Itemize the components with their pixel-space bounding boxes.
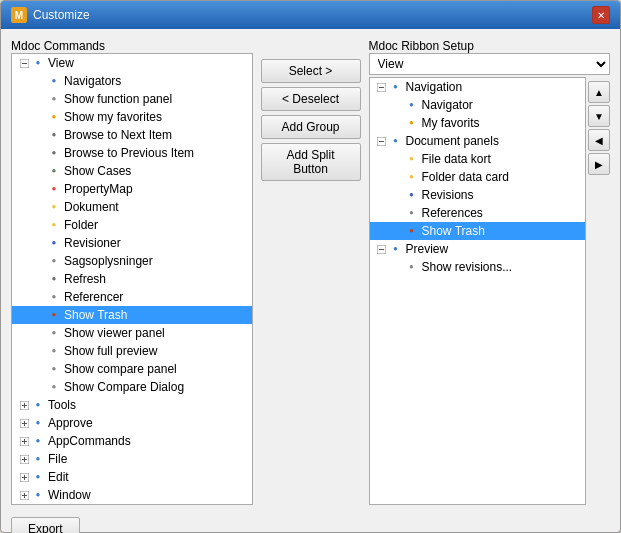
expand-icon-edit-root [18, 471, 30, 483]
deselect-button[interactable]: < Deselect [261, 87, 361, 111]
tree-icon-show-trash-left: ● [47, 308, 61, 322]
tree-label-show-viewer: Show viewer panel [64, 325, 165, 341]
arrow-down-button[interactable]: ▼ [588, 105, 610, 127]
tree-item-window-root[interactable]: ●Window [12, 486, 252, 504]
tree-item-references-r[interactable]: ●References [370, 204, 586, 222]
tree-item-my-fav-r[interactable]: ●My favorits [370, 114, 586, 132]
expand-icon-view-root [18, 57, 30, 69]
expand-icon-referencer [34, 291, 46, 303]
tree-item-show-compare[interactable]: ●Show compare panel [12, 360, 252, 378]
tree-label-preview-group: Preview [406, 241, 449, 257]
tree-icon-browse-next: ● [47, 128, 61, 142]
tree-item-preview-group[interactable]: ●Preview [370, 240, 586, 258]
tree-icon-approve-root: ● [31, 416, 45, 430]
tree-item-revisions-r[interactable]: ●Revisions [370, 186, 586, 204]
tree-icon-show-fav: ● [47, 110, 61, 124]
tree-item-browse-prev[interactable]: ●Browse to Previous Item [12, 144, 252, 162]
tree-icon-file-data-kort: ● [405, 152, 419, 166]
expand-icon-propertymap [34, 183, 46, 195]
tree-item-show-fav[interactable]: ●Show my favorites [12, 108, 252, 126]
tree-label-show-fav: Show my favorites [64, 109, 162, 125]
tree-item-edit-root[interactable]: ●Edit [12, 468, 252, 486]
expand-icon-tools-root [18, 399, 30, 411]
title-bar-left: M Customize [11, 7, 90, 23]
tree-icon-show-compare-dialog: ● [47, 380, 61, 394]
tree-item-show-trash-r[interactable]: ●Show Trash [370, 222, 586, 240]
tree-icon-references-r: ● [405, 206, 419, 220]
left-tree-box[interactable]: ●View●Navigators●Show function panel●Sho… [11, 53, 253, 505]
tree-item-show-cases[interactable]: ●Show Cases [12, 162, 252, 180]
tree-icon-refresh: ● [47, 272, 61, 286]
tree-icon-tools-root: ● [31, 398, 45, 412]
tree-item-show-full[interactable]: ●Show full preview [12, 342, 252, 360]
app-icon: M [11, 7, 27, 23]
add-group-button[interactable]: Add Group [261, 115, 361, 139]
right-tree-box[interactable]: ●Navigation●Navigator●My favorits●Docume… [369, 77, 587, 505]
tree-item-file-data-kort[interactable]: ●File data kort [370, 150, 586, 168]
tree-icon-view-root: ● [31, 56, 45, 70]
tree-item-refresh[interactable]: ●Refresh [12, 270, 252, 288]
tree-icon-folder-data-card: ● [405, 170, 419, 184]
tree-icon-show-viewer: ● [47, 326, 61, 340]
tree-item-show-func[interactable]: ●Show function panel [12, 90, 252, 108]
expand-icon-file-root [18, 453, 30, 465]
tree-item-propertymap[interactable]: ●PropertyMap [12, 180, 252, 198]
tree-label-navigator-r: Navigator [422, 97, 473, 113]
add-split-button[interactable]: Add Split Button [261, 143, 361, 181]
expand-icon-show-func [34, 93, 46, 105]
ribbon-dropdown[interactable]: View [369, 53, 611, 75]
tree-label-show-cases: Show Cases [64, 163, 131, 179]
left-panel-label: Mdoc Commands [11, 39, 253, 53]
right-panel: Mdoc Ribbon Setup View ●Navigation●Navig… [369, 39, 611, 505]
tree-item-revisioner[interactable]: ●Revisioner [12, 234, 252, 252]
tree-label-tools-root: Tools [48, 397, 76, 413]
expand-icon-show-cases [34, 165, 46, 177]
tree-label-approve-root: Approve [48, 415, 93, 431]
tree-item-referencer[interactable]: ●Referencer [12, 288, 252, 306]
close-button[interactable]: ✕ [592, 6, 610, 24]
expand-icon-window-root [18, 489, 30, 501]
tree-item-tools-root[interactable]: ●Tools [12, 396, 252, 414]
tree-icon-show-trash-r: ● [405, 224, 419, 238]
tree-icon-show-full: ● [47, 344, 61, 358]
customize-dialog: M Customize ✕ Mdoc Commands ●View●Naviga… [0, 0, 621, 533]
tree-item-doc-panels-group[interactable]: ●Document panels [370, 132, 586, 150]
tree-label-browse-next: Browse to Next Item [64, 127, 172, 143]
tree-item-appcommands-root[interactable]: ●AppCommands [12, 432, 252, 450]
arrow-left-button[interactable]: ◀ [588, 129, 610, 151]
tree-label-window-root: Window [48, 487, 91, 503]
expand-icon-show-compare [34, 363, 46, 375]
expand-icon-refresh [34, 273, 46, 285]
tree-icon-dokument: ● [47, 200, 61, 214]
dropdown-row: View [369, 53, 611, 75]
tree-label-show-full: Show full preview [64, 343, 157, 359]
tree-item-folder-data-card[interactable]: ●Folder data card [370, 168, 586, 186]
tree-label-folder: Folder [64, 217, 98, 233]
arrow-right-button[interactable]: ▶ [588, 153, 610, 175]
tree-item-navigators[interactable]: ●Navigators [12, 72, 252, 90]
tree-item-navigator-r[interactable]: ●Navigator [370, 96, 586, 114]
tree-label-appcommands-root: AppCommands [48, 433, 131, 449]
arrow-up-button[interactable]: ▲ [588, 81, 610, 103]
tree-item-view-root[interactable]: ●View [12, 54, 252, 72]
tree-item-navigation-group[interactable]: ●Navigation [370, 78, 586, 96]
export-button[interactable]: Export [11, 517, 80, 533]
tree-item-show-revisions-r[interactable]: ●Show revisions... [370, 258, 586, 276]
expand-icon-folder [34, 219, 46, 231]
expand-icon-preview-group [376, 243, 388, 255]
tree-item-dokument[interactable]: ●Dokument [12, 198, 252, 216]
tree-item-show-trash-left[interactable]: ●Show Trash [12, 306, 252, 324]
expand-icon-navigation-group [376, 81, 388, 93]
tree-item-browse-next[interactable]: ●Browse to Next Item [12, 126, 252, 144]
select-button[interactable]: Select > [261, 59, 361, 83]
tree-item-sagsoplysninger[interactable]: ●Sagsoplysninger [12, 252, 252, 270]
tree-item-approve-root[interactable]: ●Approve [12, 414, 252, 432]
tree-item-folder[interactable]: ●Folder [12, 216, 252, 234]
tree-item-file-root[interactable]: ●File [12, 450, 252, 468]
right-panel-inner: ●Navigation●Navigator●My favorits●Docume… [369, 77, 611, 505]
expand-icon-show-viewer [34, 327, 46, 339]
expand-icon-doc-panels-group [376, 135, 388, 147]
tree-item-show-compare-dialog[interactable]: ●Show Compare Dialog [12, 378, 252, 396]
expand-icon-show-fav [34, 111, 46, 123]
tree-item-show-viewer[interactable]: ●Show viewer panel [12, 324, 252, 342]
